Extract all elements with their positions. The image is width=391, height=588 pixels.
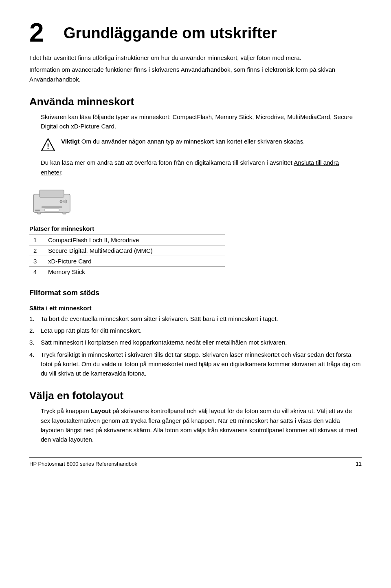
chapter-header: 2 Grundläggande om utskrifter	[29, 20, 362, 46]
body2-start: Du kan läsa mer om andra sätt att överfö…	[41, 159, 294, 166]
slot-num: 3	[29, 256, 44, 266]
svg-rect-6	[35, 210, 40, 211]
layout-bold: Layout	[91, 407, 111, 414]
slot-num: 2	[29, 245, 44, 256]
svg-text:!: !	[47, 142, 49, 150]
list-item: 3.Sätt minneskort i kortplatsen med kopp…	[29, 338, 362, 347]
valja-fotolayout-body: Tryck på knappen Layout på skrivarens ko…	[41, 406, 362, 444]
step-number: 3.	[29, 338, 37, 347]
intro-line1: I det här avsnittet finns utförliga inst…	[29, 53, 362, 62]
body2-end: .	[61, 169, 63, 176]
svg-rect-11	[63, 212, 66, 214]
table-row: 2Secure Digital, MultiMediaCard (MMC)	[29, 245, 225, 256]
printer-image-area	[29, 186, 362, 219]
intro-line2: Information om avancerade funktioner fin…	[29, 65, 362, 84]
section-anvanda-minneskort-heading: Använda minneskort	[29, 95, 362, 108]
svg-point-8	[64, 200, 67, 203]
printer-image	[29, 186, 74, 219]
svg-rect-5	[45, 208, 59, 212]
step-number: 2.	[29, 326, 37, 335]
slot-label: Secure Digital, MultiMediaCard (MMC)	[44, 245, 225, 256]
slots-table: 1CompactFlash I och II, Microdrive2Secur…	[29, 234, 225, 277]
warning-triangle-icon: !	[41, 137, 55, 152]
warning-text: Viktigt Om du använder någon annan typ a…	[61, 137, 305, 146]
slot-label: xD-Picture Card	[44, 256, 225, 266]
step-text: Sätt minneskort i kortplatsen med koppar…	[41, 338, 287, 347]
slot-label: Memory Stick	[44, 266, 225, 277]
step-text: Leta upp rätt plats för ditt minneskort.	[41, 326, 142, 335]
anvanda-link-para: Du kan läsa mer om andra sätt att överfö…	[41, 158, 362, 177]
warning-label: Viktigt	[61, 138, 80, 145]
svg-rect-4	[42, 206, 62, 208]
slots-section: Platser för minneskort 1CompactFlash I o…	[29, 225, 362, 277]
warning-body-text: Om du använder någon annan typ av minnes…	[81, 138, 305, 145]
svg-rect-10	[37, 212, 41, 214]
step-text: Tryck försiktigt in minneskortet i skriv…	[41, 350, 362, 378]
svg-rect-3	[40, 190, 64, 197]
warning-box: ! Viktigt Om du använder någon annan typ…	[41, 137, 362, 152]
step-number: 4.	[29, 350, 37, 378]
satta-steps-list: 1.Ta bort de eventuella minneskort som s…	[29, 314, 362, 378]
table-row: 4Memory Stick	[29, 266, 225, 277]
slot-num: 1	[29, 234, 44, 245]
list-item: 2.Leta upp rätt plats för ditt minneskor…	[29, 326, 362, 335]
page: 2 Grundläggande om utskrifter I det här …	[0, 0, 391, 480]
valja-fotolayout-heading: Välja en fotolayout	[29, 389, 362, 402]
table-row: 3xD-Picture Card	[29, 256, 225, 266]
chapter-title: Grundläggande om utskrifter	[64, 20, 277, 42]
satta-minneskort-heading: Sätta i ett minneskort	[29, 305, 362, 312]
filformat-heading: Filformat som stöds	[29, 289, 362, 297]
footer: HP Photosmart 8000 series Referenshandbo…	[29, 457, 362, 467]
table-row: 1CompactFlash I och II, Microdrive	[29, 234, 225, 245]
list-item: 4.Tryck försiktigt in minneskortet i skr…	[29, 350, 362, 378]
chapter-number: 2	[29, 20, 54, 46]
footer-brand: HP Photosmart 8000 series Referenshandbo…	[29, 461, 137, 467]
slot-label: CompactFlash I och II, Microdrive	[44, 234, 225, 245]
slot-num: 4	[29, 266, 44, 277]
svg-point-9	[60, 200, 62, 203]
list-item: 1.Ta bort de eventuella minneskort som s…	[29, 314, 362, 323]
step-text: Ta bort de eventuella minneskort som sit…	[41, 314, 278, 323]
footer-page: 11	[356, 461, 362, 467]
step-number: 1.	[29, 314, 37, 323]
slots-heading: Platser för minneskort	[29, 225, 362, 232]
anvanda-minneskort-body1: Skrivaren kan läsa följande typer av min…	[41, 112, 362, 131]
